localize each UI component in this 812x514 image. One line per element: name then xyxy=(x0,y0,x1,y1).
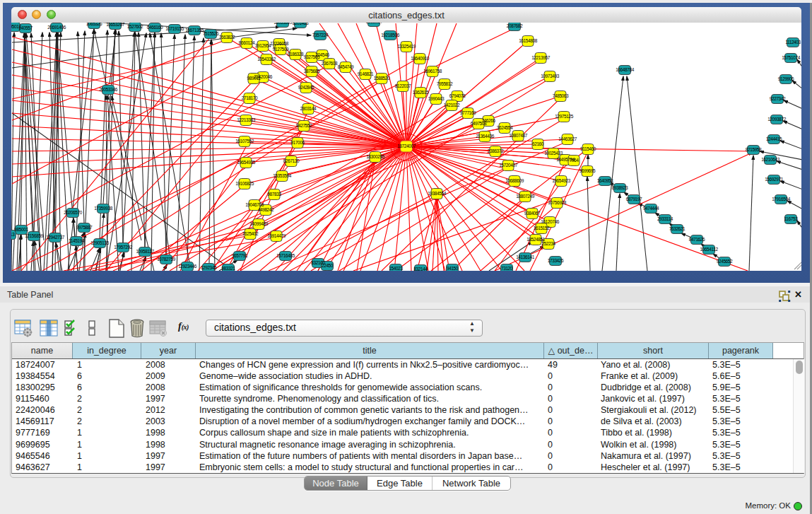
svg-text:1112403: 1112403 xyxy=(785,40,801,45)
svg-text:12213383: 12213383 xyxy=(237,117,256,122)
svg-text:18300295: 18300295 xyxy=(366,154,385,159)
svg-text:10756928: 10756928 xyxy=(548,200,567,205)
svg-text:1527602: 1527602 xyxy=(127,24,143,29)
svg-text:2718170: 2718170 xyxy=(242,95,258,100)
svg-text:3912954: 3912954 xyxy=(255,43,271,48)
svg-text:20053346: 20053346 xyxy=(99,87,118,92)
svg-text:8122037: 8122037 xyxy=(395,83,411,88)
svg-text:7357224: 7357224 xyxy=(312,33,329,37)
svg-text:16154808: 16154808 xyxy=(519,38,538,43)
svg-text:10719155: 10719155 xyxy=(165,26,184,31)
svg-text:16914479: 16914479 xyxy=(267,233,286,238)
svg-text:19384554: 19384554 xyxy=(428,191,447,196)
svg-text:15692971: 15692971 xyxy=(765,177,784,182)
svg-text:917006: 917006 xyxy=(290,140,305,145)
svg-text:16961758: 16961758 xyxy=(423,69,442,74)
svg-text:985001: 985001 xyxy=(14,227,28,232)
svg-text:16210643: 16210643 xyxy=(761,157,780,162)
svg-text:21364436: 21364436 xyxy=(476,134,495,139)
svg-text:1588520: 1588520 xyxy=(374,76,390,81)
svg-text:15720407: 15720407 xyxy=(499,163,518,168)
svg-text:13226058: 13226058 xyxy=(270,41,289,46)
svg-text:9975887: 9975887 xyxy=(76,225,93,230)
svg-text:73120: 73120 xyxy=(501,266,513,271)
svg-text:2367608: 2367608 xyxy=(322,61,338,66)
svg-text:1362615: 1362615 xyxy=(413,90,429,95)
svg-text:19046708: 19046708 xyxy=(245,202,264,207)
svg-text:15751074: 15751074 xyxy=(782,55,801,60)
svg-text:9384067: 9384067 xyxy=(524,211,541,216)
svg-text:19106825: 19106825 xyxy=(235,181,254,186)
svg-text:6497508: 6497508 xyxy=(471,121,487,126)
svg-text:6879197: 6879197 xyxy=(626,197,642,201)
svg-text:1733426: 1733426 xyxy=(548,258,564,263)
svg-text:204546: 204546 xyxy=(315,52,329,57)
svg-text:2087682: 2087682 xyxy=(507,23,523,28)
svg-text:1065326: 1065326 xyxy=(86,23,102,26)
svg-text:8267130: 8267130 xyxy=(283,158,300,163)
svg-text:14463627: 14463627 xyxy=(558,136,577,141)
svg-text:10688609: 10688609 xyxy=(505,178,524,183)
svg-text:9777169: 9777169 xyxy=(460,110,476,115)
svg-text:983321: 983321 xyxy=(221,266,235,271)
svg-text:9699695: 9699695 xyxy=(579,168,596,173)
svg-text:1292345: 1292345 xyxy=(201,265,217,270)
svg-text:7632621: 7632621 xyxy=(669,226,686,231)
svg-text:9313: 9313 xyxy=(11,232,15,237)
svg-text:6466160: 6466160 xyxy=(147,25,163,30)
svg-text:2803144: 2803144 xyxy=(300,106,317,111)
svg-text:8427552: 8427552 xyxy=(296,123,312,128)
svg-text:19654935: 19654935 xyxy=(237,160,256,165)
svg-text:3875685: 3875685 xyxy=(304,69,320,74)
svg-text:8813054: 8813054 xyxy=(366,23,382,24)
svg-text:10654112: 10654112 xyxy=(700,247,718,252)
svg-text:1244415: 1244415 xyxy=(766,136,782,141)
svg-text:12942737: 12942737 xyxy=(46,235,65,240)
svg-text:22450: 22450 xyxy=(322,263,334,268)
svg-text:10807487: 10807487 xyxy=(509,133,528,138)
svg-text:10782759: 10782759 xyxy=(157,257,176,262)
svg-text:18640910: 18640910 xyxy=(411,56,430,61)
svg-text:7515526: 7515526 xyxy=(203,31,219,36)
svg-text:20206570: 20206570 xyxy=(64,210,83,215)
svg-text:2933114: 2933114 xyxy=(657,216,673,221)
svg-text:989011: 989011 xyxy=(247,76,261,81)
svg-text:8454749: 8454749 xyxy=(338,64,354,69)
svg-text:18724007: 18724007 xyxy=(397,144,416,148)
svg-text:1990443: 1990443 xyxy=(428,96,445,101)
svg-text:987833: 987833 xyxy=(267,192,281,197)
svg-text:8201463: 8201463 xyxy=(293,23,309,25)
svg-text:7485063: 7485063 xyxy=(553,93,569,98)
svg-text:14099489: 14099489 xyxy=(249,221,269,226)
svg-text:18807249: 18807249 xyxy=(516,194,535,199)
svg-text:12975125: 12975125 xyxy=(555,114,574,119)
svg-text:9127509: 9127509 xyxy=(273,47,289,52)
svg-text:20691406: 20691406 xyxy=(47,25,66,30)
svg-text:116753: 116753 xyxy=(784,216,799,221)
svg-text:12905135: 12905135 xyxy=(90,240,110,245)
svg-text:8660124: 8660124 xyxy=(239,40,255,45)
svg-text:8938923: 8938923 xyxy=(612,185,628,190)
svg-text:17916504: 17916504 xyxy=(772,197,791,201)
svg-text:154023: 154023 xyxy=(389,266,403,271)
svg-text:62160: 62160 xyxy=(532,141,544,146)
svg-text:17359938: 17359938 xyxy=(94,206,113,211)
svg-text:16053809: 16053809 xyxy=(273,23,293,25)
svg-text:13325419: 13325419 xyxy=(397,44,416,49)
svg-text:3624554: 3624554 xyxy=(497,125,513,130)
svg-text:12093872: 12093872 xyxy=(767,117,787,122)
svg-text:12923446: 12923446 xyxy=(178,264,197,269)
svg-text:16107552: 16107552 xyxy=(235,139,254,144)
svg-text:1421022: 1421022 xyxy=(444,103,460,107)
svg-text:1145194: 1145194 xyxy=(69,238,85,243)
svg-text:9227342: 9227342 xyxy=(770,96,786,101)
svg-text:19654923: 19654923 xyxy=(552,178,571,183)
svg-text:94150: 94150 xyxy=(447,266,459,271)
svg-text:14136141: 14136141 xyxy=(516,255,535,259)
svg-text:140557: 140557 xyxy=(18,25,33,30)
svg-text:7663822: 7663822 xyxy=(219,35,235,40)
svg-text:12156859: 12156859 xyxy=(25,233,44,238)
svg-text:19218506: 19218506 xyxy=(381,33,400,37)
svg-text:10025433: 10025433 xyxy=(544,151,563,156)
svg-text:9129906: 9129906 xyxy=(778,76,794,81)
